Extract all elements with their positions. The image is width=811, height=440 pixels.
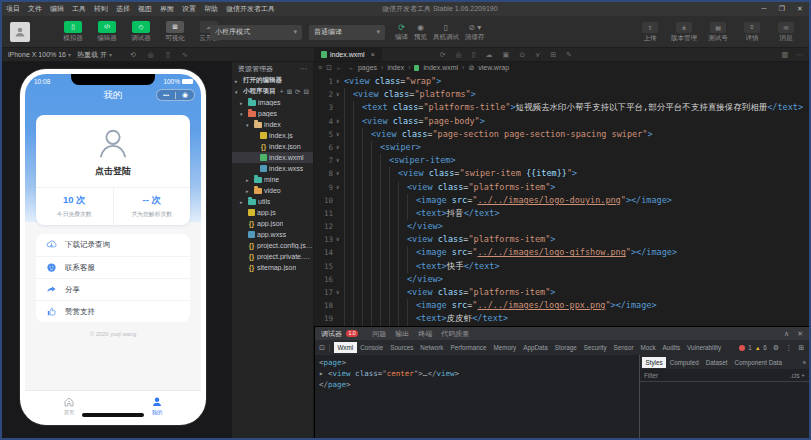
fold-chevron-icon[interactable]: ∨ [336,181,344,194]
code-line[interactable]: 14<image src="../../images/logo-gifshow.… [314,246,809,259]
action-预览[interactable]: ◉预览 [414,23,427,42]
login-area[interactable]: 点击登陆 [36,115,190,187]
more-dots-icon[interactable]: ••• [163,92,169,98]
back-icon[interactable]: ← [336,64,343,71]
tree-item-app.json[interactable]: {}app.json [232,218,313,229]
symbol-list-icon[interactable]: ⊡ [326,64,332,72]
warning-icon[interactable]: ▲ [755,345,760,351]
menu-icon[interactable]: ≡ [318,64,322,71]
tree-item-index[interactable]: ▾index [232,119,313,130]
fold-chevron-icon[interactable]: ∨ [336,75,344,88]
mode-select[interactable]: 小程序模式 ▾ [210,25,302,40]
toolbar-button-详情[interactable]: ≡详情 [737,22,767,43]
code-line[interactable]: 17∨<view class="platforms-item"> [314,286,809,299]
breadcrumb-item[interactable]: pages [358,64,377,71]
open-editors-section[interactable]: ▸ 打开的编辑器 [232,75,313,86]
tree-item-project.config.json[interactable]: {}project.config.json [232,240,313,251]
tree-item-utils[interactable]: ▸utils [232,196,313,207]
toolbar-button-上传[interactable]: ⇧上传 [635,22,665,43]
new-file-icon[interactable]: + [280,88,284,96]
code-line[interactable]: 3<text class="platforms-title">短视频去水印小帮手… [314,101,809,114]
add-style-icon[interactable]: + [801,372,805,379]
menu-item[interactable]: 设置 [178,4,200,14]
toolbar-button-消息[interactable]: ✉消息 [771,22,801,43]
element-line[interactable]: </page> [319,379,635,390]
toolbar-button-模拟器[interactable]: ▯模拟器 [58,21,88,43]
element-line[interactable]: <page> [319,357,635,368]
code-line[interactable]: 4∨<view class="page-body"> [314,115,809,128]
capsule-button[interactable]: ••• ◉ [156,89,195,101]
devtools-tab-appdata[interactable]: AppData [520,342,552,353]
code-line[interactable]: 9∨<view class="platforms-item"> [314,181,809,194]
breadcrumb-item[interactable]: view.wrap [478,64,509,71]
menu-item[interactable]: 微信开发者工具 [222,4,279,14]
fold-chevron-icon[interactable]: ∨ [336,154,344,167]
search-icon[interactable]: ⊙ [519,51,525,59]
tree-item-index.wxss[interactable]: index.wxss [232,163,313,174]
collapse-icon[interactable]: ⊟ [304,88,309,96]
grid-icon[interactable]: ⊞ [550,51,556,59]
menu-item[interactable]: 项目 [2,4,24,14]
action-真机调试[interactable]: ▯真机调试 [433,23,459,42]
code-line[interactable]: 10<image src="../../images/logo-douyin.p… [314,194,809,207]
kebab-menu-icon[interactable]: ⋮ [785,344,792,352]
collapse-panel-icon[interactable]: ∧ [784,330,789,338]
login-text[interactable]: 点击登陆 [95,165,131,178]
menu-item[interactable]: 选择 [112,4,134,14]
menu-item-赞赏支持[interactable]: 赞赏支持 [36,300,190,322]
code-line[interactable]: 11<text>抖音</text> [314,207,809,220]
code-line[interactable]: 16</view> [314,273,809,286]
editor-tab-index-wxml[interactable]: index.wxml × [314,48,382,61]
styles-tab-dataset[interactable]: Dataset [702,357,731,368]
maximize-button[interactable]: ❐ [773,2,791,16]
breadcrumb-item[interactable]: index.wxml [423,64,458,71]
debugger-tab-代码质量[interactable]: 代码质量 [441,329,469,339]
devtools-tab-console[interactable]: Console [357,342,387,353]
menu-item-联系客服[interactable]: 联系客服 [36,256,190,278]
compile-mode-select[interactable]: 普通编译 ▾ [309,25,385,40]
code-line[interactable]: 18<image src="../../images/logo-ppx.png"… [314,299,809,312]
code-line[interactable]: 19<text>皮皮虾</text> [314,312,809,325]
code-line[interactable]: 1∨<view class="wrap"> [314,75,809,88]
split-icon[interactable]: ▣ [503,51,510,59]
debugger-tab-终端[interactable]: 终端 [418,329,432,339]
toolbar-button-调试器[interactable]: ◇调试器 [126,21,156,43]
devtools-tab-network[interactable]: Network [417,342,447,353]
target-icon[interactable]: ◎ [456,51,462,59]
device-frame-icon[interactable]: ▯ [166,51,170,59]
new-folder-icon[interactable]: ⊞ [287,88,292,96]
menu-item-下载记录查询[interactable]: 下载记录查询 [36,234,190,256]
close-button[interactable]: ✕ [791,2,809,16]
cloud-outline-icon[interactable]: ☁ [486,51,493,59]
code-line[interactable]: 13∨<view class="platforms-item"> [314,233,809,246]
tree-item-app.js[interactable]: app.js [232,207,313,218]
code-line[interactable]: 2∨<view class="platforms"> [314,88,809,101]
devtools-tab-storage[interactable]: Storage [551,342,580,353]
tree-item-sitemap.json[interactable]: {}sitemap.json [232,262,313,273]
refresh-icon[interactable]: ⟳ [440,51,446,59]
code-line[interactable]: 8∨<view class="swiper-item {{item}}"> [314,167,809,180]
more-actions-icon[interactable]: ⋯ [796,51,803,59]
more-actions-icon[interactable]: ⋯ [300,65,307,73]
tree-item-index.wxml[interactable]: index.wxml [232,152,313,163]
fold-chevron-icon[interactable]: ∨ [336,88,344,101]
action-清缓存[interactable]: ⊘ ▾清缓存 [465,23,485,42]
code-line[interactable]: 5∨<view class="page-section page-section… [314,128,809,141]
cls-label[interactable]: .cls [790,372,799,379]
wxml-elements-tree[interactable]: <page>▸ <view class="center">…</view></p… [315,355,639,438]
tree-item-index.json[interactable]: {}index.json [232,141,313,152]
styles-tab-styles[interactable]: Styles [642,357,666,368]
toolbar-button-可视化[interactable]: ⊞可视化 [160,21,190,43]
devtools-tab-wxml[interactable]: Wxml [334,342,357,353]
cls-add-controls[interactable]: .cls + [790,372,805,379]
devtools-tab-audits[interactable]: Audits [659,342,684,353]
fold-chevron-icon[interactable]: ∨ [336,167,344,180]
minimize-button[interactable]: ─ [755,2,773,16]
refresh-icon[interactable]: ⟳ [295,88,300,96]
menu-item[interactable]: 转到 [90,4,112,14]
debugger-tab-输出[interactable]: 输出 [395,329,409,339]
styles-tab-computed[interactable]: Computed [666,357,702,368]
breadcrumb-item[interactable]: index [387,64,404,71]
gear-icon[interactable]: ⚙ [773,344,779,352]
menu-item[interactable]: 文件 [24,4,46,14]
